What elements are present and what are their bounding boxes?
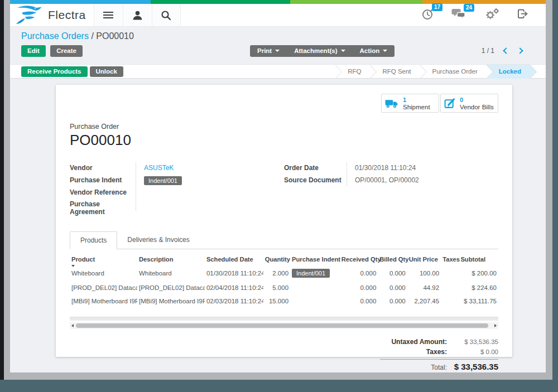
order-date-field-label: Order Date	[284, 162, 347, 172]
breadcrumb-separator: /	[91, 31, 93, 41]
column-header-quantity[interactable]: Quantity	[263, 253, 290, 265]
column-header-billed-qty[interactable]: Billed Qty	[378, 253, 407, 265]
page-title: PO00010	[70, 132, 498, 149]
shipment-label: Shipment	[403, 104, 430, 110]
taxes-label: Taxes:	[380, 348, 447, 356]
settings-button[interactable]	[483, 7, 499, 23]
vendor-reference-field-label: Vendor Reference	[70, 187, 136, 196]
create-button[interactable]: Create	[50, 45, 83, 57]
logout-icon	[516, 8, 529, 20]
table-footer-bar	[70, 317, 498, 321]
top-color-stripe	[10, 0, 546, 4]
column-header-description[interactable]: Description	[137, 253, 205, 265]
untaxed-amount-label: Untaxed Amount:	[380, 338, 447, 346]
navbar-right-icons: 17 24	[421, 4, 546, 26]
caret-down-icon	[383, 50, 387, 52]
receive-products-button[interactable]: Receive Products	[21, 66, 88, 77]
vendor-link[interactable]: ASUSTeK	[144, 164, 174, 172]
total-label: Total:	[380, 364, 447, 371]
action-button-group: Print Attachment(s) Action	[250, 45, 395, 57]
purchase-agreement-field-label: Purchase Agreement	[70, 199, 136, 216]
apps-menu-button[interactable]	[94, 4, 123, 26]
stage-rfq-sent[interactable]: RFQ Sent	[370, 65, 420, 79]
caret-down-icon	[341, 50, 345, 52]
column-header-scheduled-date[interactable]: Scheduled Date	[205, 253, 263, 265]
purchase-indent-field-label: Purchase Indent	[70, 175, 136, 184]
source-document-field-label: Source Document	[284, 175, 347, 184]
messages-button[interactable]: 24	[451, 8, 466, 23]
gears-icon	[483, 7, 499, 21]
navbar-menu-cells	[94, 4, 181, 26]
column-header-received-qty[interactable]: Received Qty	[340, 253, 378, 265]
table-row[interactable]: Whiteboard Whiteboard 01/30/2018 11:10:2…	[70, 265, 498, 281]
hamburger-icon	[103, 12, 113, 13]
table-row[interactable]: [MBi9] Motherboard I9P57 [MBi9] Motherbo…	[70, 294, 498, 308]
field-groups: Vendor ASUSTeK Purchase Indent Indent/00…	[70, 162, 498, 216]
print-dropdown-button[interactable]: Print	[250, 45, 287, 57]
scrollbar-thumb[interactable]	[76, 323, 488, 328]
caret-down-icon	[275, 50, 280, 52]
order-lines-table: Product Description Scheduled Date Quant…	[70, 253, 498, 308]
truck-icon	[385, 98, 399, 109]
column-header-subtotal[interactable]: Subtotal	[459, 253, 498, 265]
previous-record-button[interactable]	[503, 47, 509, 54]
scroll-right-arrow[interactable]	[493, 324, 498, 327]
logout-button[interactable]	[516, 8, 529, 22]
user-menu-button[interactable]	[123, 4, 152, 26]
flectra-bird-icon	[16, 4, 45, 26]
next-record-button[interactable]	[517, 47, 523, 54]
vendor-field-label: Vendor	[70, 162, 136, 172]
purchase-indent-tag[interactable]: Indent/001	[292, 269, 330, 278]
toolbar: Edit Create Print Attachment(s) Action 1…	[21, 45, 535, 57]
statusbar: Receive Products Unlock RFQ RFQ Sent Pur…	[10, 64, 546, 79]
brand-logo[interactable]: Flectra	[10, 4, 94, 26]
purchase-agreement-value	[136, 199, 284, 211]
taxes-value: $ 0.00	[447, 349, 498, 355]
brand-name: Flectra	[48, 8, 86, 22]
window-shadow-edge	[0, 0, 4, 380]
field-group-left: Vendor ASUSTeK Purchase Indent Indent/00…	[70, 162, 284, 216]
stage-separator	[329, 65, 335, 79]
status-pipeline: RFQ RFQ Sent Purchase Order Locked	[329, 65, 538, 79]
edit-button[interactable]: Edit	[21, 45, 46, 57]
vendor-bills-stat-button[interactable]: 0 Vendor Bills	[440, 94, 498, 113]
breadcrumb-current: PO00010	[96, 31, 134, 41]
purchase-indent-tag[interactable]: Indent/001	[144, 176, 182, 185]
scroll-left-arrow[interactable]	[70, 324, 75, 327]
column-header-unit-price[interactable]: Unit Price	[407, 253, 441, 265]
pencil-square-icon	[444, 98, 456, 109]
record-pager: 1 / 1	[482, 47, 522, 55]
stripe-green	[151, 0, 290, 4]
stripe-blue	[10, 0, 151, 4]
messages-count-badge: 24	[464, 4, 474, 12]
document-type-label: Purchase Order	[70, 123, 498, 130]
control-panel: Purchase Orders / PO00010 Edit Create Pr…	[10, 27, 546, 64]
action-dropdown-button[interactable]: Action	[353, 45, 395, 57]
unlock-button[interactable]: Unlock	[90, 66, 123, 77]
search-button[interactable]	[152, 4, 181, 26]
source-document-value: OP/00001, OP/00002	[347, 175, 498, 187]
vendor-bills-label: Vendor Bills	[460, 104, 494, 110]
shipment-stat-button[interactable]: 1 Shipment	[381, 94, 439, 113]
stripe-light-green	[290, 0, 422, 4]
breadcrumb: Purchase Orders / PO00010	[21, 31, 535, 41]
vendor-reference-value	[136, 187, 284, 199]
vendor-bills-count: 0	[460, 96, 494, 103]
user-icon	[132, 10, 143, 21]
column-header-taxes[interactable]: Taxes	[441, 253, 459, 265]
breadcrumb-parent-link[interactable]: Purchase Orders	[21, 31, 89, 41]
window-frame: Flectra	[4, 0, 552, 380]
stage-purchase-order[interactable]: Purchase Order	[420, 65, 487, 79]
stat-buttons: 1 Shipment 0 Vendor Bills	[70, 94, 498, 113]
scrollbar-track[interactable]	[75, 322, 493, 329]
column-header-purchase-indent[interactable]: Purchase Indent	[290, 253, 340, 265]
attachments-dropdown-button[interactable]: Attachment(s)	[287, 45, 352, 57]
activities-button[interactable]: 17	[421, 7, 435, 23]
table-row[interactable]: [PROD_DEL02] Datacard [PROD_DEL02] Datac…	[70, 281, 498, 294]
column-header-product[interactable]: Product	[70, 253, 137, 265]
tab-deliveries-invoices[interactable]: Deliveries & Invoices	[117, 231, 199, 249]
horizontal-scrollbar[interactable]	[70, 322, 498, 329]
field-group-right: Order Date 01/30/2018 11:10:24 Source Do…	[284, 162, 498, 216]
shipment-count: 1	[403, 96, 430, 103]
tab-products[interactable]: Products	[70, 231, 117, 249]
